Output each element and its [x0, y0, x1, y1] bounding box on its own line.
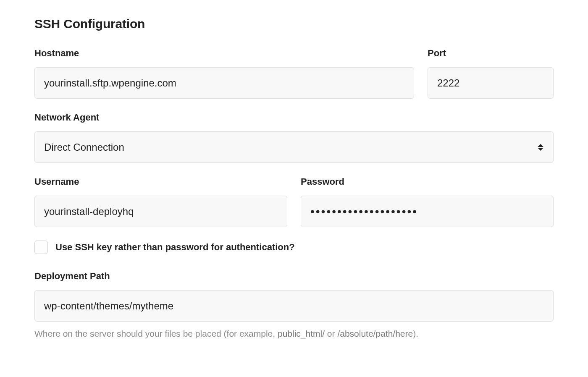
- help-text-example1: public_html/: [278, 329, 325, 338]
- help-text-example2: /absolute/path/here: [337, 329, 413, 338]
- network-agent-field: Network Agent Direct Connection: [34, 112, 554, 163]
- network-agent-select[interactable]: Direct Connection: [34, 131, 554, 163]
- password-label: Password: [301, 176, 554, 187]
- deployment-path-input[interactable]: [34, 290, 554, 322]
- username-label: Username: [34, 176, 287, 187]
- deployment-path-field: Deployment Path Where on the server shou…: [34, 271, 554, 340]
- ssh-key-checkbox-label: Use SSH key rather than password for aut…: [55, 242, 295, 253]
- hostname-input[interactable]: [34, 67, 414, 99]
- help-text-suffix: ).: [413, 329, 418, 338]
- ssh-key-checkbox-row: Use SSH key rather than password for aut…: [34, 241, 554, 254]
- deployment-path-help: Where on the server should your files be…: [34, 327, 554, 340]
- network-agent-select-wrapper: Direct Connection: [34, 131, 554, 163]
- port-label: Port: [428, 48, 554, 59]
- port-input[interactable]: [428, 67, 554, 99]
- hostname-port-row: Hostname Port: [34, 48, 554, 99]
- help-text-prefix: Where on the server should your files be…: [34, 329, 278, 338]
- port-field: Port: [428, 48, 554, 99]
- page-title: SSH Configuration: [34, 17, 554, 31]
- password-field: Password ••••••••••••••••••••: [301, 176, 554, 227]
- username-field: Username: [34, 176, 287, 227]
- username-password-row: Username Password ••••••••••••••••••••: [34, 176, 554, 227]
- hostname-label: Hostname: [34, 48, 414, 59]
- ssh-key-checkbox[interactable]: [34, 241, 48, 254]
- password-masked-value: ••••••••••••••••••••: [310, 196, 418, 227]
- hostname-field: Hostname: [34, 48, 414, 99]
- deployment-path-label: Deployment Path: [34, 271, 554, 282]
- help-text-mid: or: [325, 329, 337, 338]
- password-input[interactable]: ••••••••••••••••••••: [301, 196, 554, 227]
- network-agent-label: Network Agent: [34, 112, 554, 123]
- network-agent-row: Network Agent Direct Connection: [34, 112, 554, 163]
- username-input[interactable]: [34, 196, 287, 227]
